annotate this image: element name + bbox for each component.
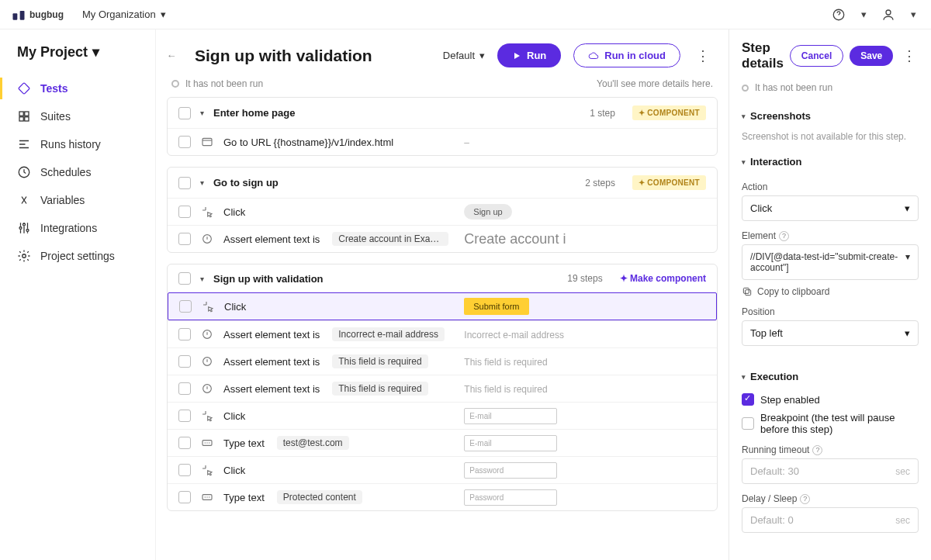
step-label: Click (223, 410, 245, 422)
step-row[interactable]: Assert element text isThis field is requ… (168, 375, 717, 402)
step-preview: Create account i (464, 231, 573, 247)
step-checkbox[interactable] (178, 410, 191, 422)
sidebar-item-label: Schedules (40, 166, 91, 178)
section-interaction[interactable]: ▾Interaction (742, 145, 919, 172)
step-label: Assert element text is (223, 233, 320, 245)
help-icon[interactable] (832, 8, 846, 22)
sidebar-item-variables[interactable]: Variables (0, 186, 155, 214)
svg-point-11 (23, 223, 26, 226)
back-button[interactable]: ← (161, 50, 182, 61)
breakpoint-checkbox[interactable] (742, 417, 754, 430)
details-more-menu[interactable]: ⋮ (899, 47, 919, 64)
step-checkbox[interactable] (178, 382, 191, 395)
sidebar-item-schedules[interactable]: Schedules (0, 158, 155, 186)
group-checkbox[interactable] (178, 272, 191, 285)
more-menu[interactable]: ⋮ (693, 47, 713, 64)
step-row[interactable]: Assert element text isIncorrect e-mail a… (168, 320, 717, 347)
svg-rect-8 (25, 117, 29, 121)
step-checkbox[interactable] (179, 300, 192, 313)
step-row[interactable]: ClickE-mail (168, 402, 717, 429)
assert-icon (200, 232, 214, 246)
group-checkbox[interactable] (178, 107, 191, 119)
step-checkbox[interactable] (178, 355, 191, 368)
details-status: It has not been run (742, 79, 919, 99)
sidebar-item-integrations[interactable]: Integrations (0, 214, 155, 242)
cancel-button[interactable]: Cancel (790, 45, 843, 67)
svg-rect-21 (746, 290, 751, 296)
section-screenshots[interactable]: ▾Screenshots (742, 99, 919, 126)
sidebar-item-tests[interactable]: Tests (0, 74, 155, 102)
svg-point-10 (19, 227, 22, 230)
step-row[interactable]: ClickSubmit form (168, 292, 717, 320)
chevron-down-icon[interactable]: ▾ (857, 8, 870, 22)
group-header[interactable]: ▾Go to sign up2 stepsCOMPONENT (168, 168, 717, 198)
step-row[interactable]: Assert element text isCreate account in … (168, 225, 717, 252)
chevron-down-icon[interactable]: ▾ (906, 8, 920, 22)
step-checkbox[interactable] (178, 206, 191, 218)
make-component-link[interactable]: Make component (620, 273, 706, 284)
step-row[interactable]: ClickSign up (168, 198, 717, 225)
position-dropdown[interactable]: Top left ▾ (742, 320, 919, 346)
logo[interactable]: bugbug (11, 7, 64, 22)
step-checkbox[interactable] (178, 491, 191, 503)
step-details-panel: Step details Cancel Save ⋮ It has not be… (729, 29, 931, 560)
user-icon[interactable] (881, 8, 895, 22)
gear-icon (17, 249, 31, 263)
step-label: Click (223, 465, 245, 476)
step-row[interactable]: Assert element text isThis field is requ… (168, 347, 717, 375)
runs-history-icon (17, 137, 31, 151)
timeout-input[interactable]: Default: 30 sec (742, 458, 919, 484)
action-dropdown[interactable]: Click ▾ (742, 195, 919, 221)
step-row[interactable]: Type textProtected contentPassword (168, 483, 717, 510)
step-value-chip: This field is required (332, 354, 427, 368)
chevron-down-icon[interactable]: ▾ (200, 275, 204, 283)
url-icon (200, 135, 214, 149)
project-dropdown[interactable]: My Project ▾ (0, 40, 155, 74)
group-checkbox[interactable] (178, 177, 191, 189)
save-button[interactable]: Save (850, 46, 893, 66)
step-row[interactable]: Go to URL {{hostname}}/v1/index.html– (168, 128, 717, 155)
step-label: Type text (223, 437, 265, 449)
topbar: bugbug My Organization ▾ ▾ ▾ (0, 0, 931, 29)
group-header[interactable]: ▾Enter home page1 stepCOMPONENT (168, 98, 717, 128)
test-editor: ← Sign up with validation Default ▾ Run … (155, 29, 729, 560)
step-label: Type text (223, 492, 265, 503)
component-badge: COMPONENT (632, 105, 706, 120)
step-checkbox[interactable] (178, 136, 191, 148)
delay-input[interactable]: Default: 0 sec (742, 507, 919, 533)
step-checkbox[interactable] (178, 233, 191, 245)
tests-icon (17, 81, 31, 95)
schedules-icon (17, 165, 31, 179)
brand-text: bugbug (29, 9, 64, 20)
run-button[interactable]: Run (497, 43, 561, 67)
group-header[interactable]: ▾Sign up with validation19 stepsMake com… (168, 264, 717, 292)
svg-rect-6 (25, 112, 29, 116)
chevron-down-icon[interactable]: ▾ (200, 178, 204, 187)
step-checkbox[interactable] (178, 437, 191, 449)
sidebar-item-suites[interactable]: Suites (0, 102, 155, 130)
sidebar-item-label: Runs history (40, 138, 101, 150)
help-icon[interactable]: ? (800, 494, 810, 504)
step-checkbox[interactable] (178, 328, 191, 340)
group-name: Go to sign up (213, 177, 279, 188)
svg-rect-5 (19, 112, 23, 116)
sidebar-item-runs-history[interactable]: Runs history (0, 130, 155, 158)
environment-dropdown[interactable]: Default ▾ (443, 50, 485, 61)
copy-to-clipboard[interactable]: Copy to clipboard (742, 286, 919, 297)
help-icon[interactable]: ? (812, 445, 822, 455)
sidebar-item-project-settings[interactable]: Project settings (0, 242, 155, 270)
step-row[interactable]: ClickPassword (168, 456, 717, 483)
section-execution[interactable]: ▾Execution (742, 360, 919, 387)
step-row[interactable]: Type texttest@test.comE-mail (168, 429, 717, 456)
logo-icon (11, 7, 26, 22)
help-icon[interactable]: ? (779, 231, 789, 241)
step-group: ▾Go to sign up2 stepsCOMPONENTClickSign … (167, 167, 718, 253)
assert-icon (200, 327, 214, 341)
step-checkbox[interactable] (178, 464, 191, 476)
step-preview: – (464, 137, 573, 148)
org-dropdown[interactable]: My Organization ▾ (82, 9, 166, 20)
step-enabled-checkbox[interactable] (742, 393, 754, 406)
chevron-down-icon[interactable]: ▾ (200, 109, 204, 117)
run-in-cloud-button[interactable]: Run in cloud (573, 43, 680, 67)
element-selector-input[interactable]: //DIV[@data-test-id="submit-create-accou… (742, 244, 919, 280)
